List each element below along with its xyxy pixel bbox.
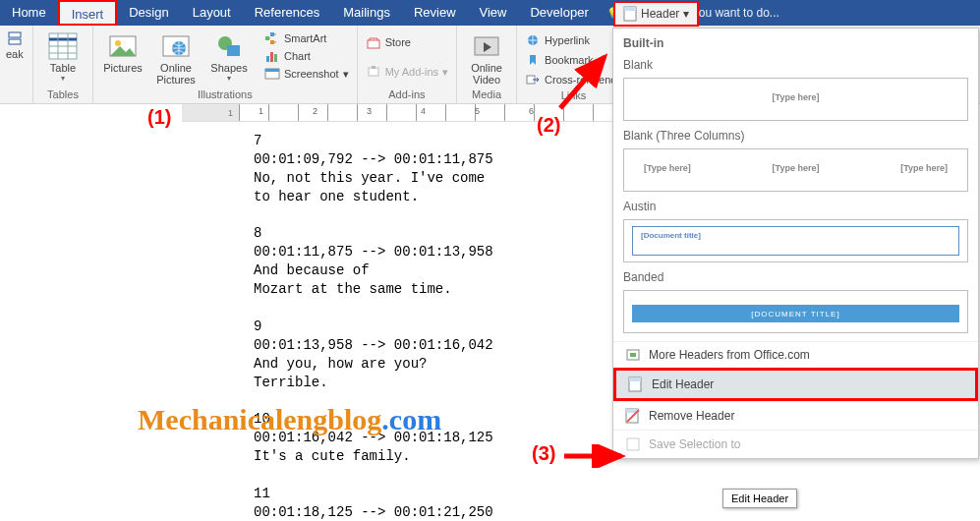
header-dropdown-panel: Header ▾ Built-in Blank [Type here] Blan…	[612, 28, 979, 459]
edit-header-icon	[628, 376, 644, 392]
svg-rect-43	[627, 438, 639, 450]
video-icon	[471, 30, 502, 62]
svg-rect-21	[265, 69, 279, 72]
tab-mailings[interactable]: Mailings	[331, 0, 402, 26]
save-selection-icon	[625, 436, 641, 452]
svg-rect-22	[368, 40, 379, 48]
break-label: eak	[6, 48, 27, 60]
hyperlink-button[interactable]: Hyperlink	[523, 32, 624, 48]
remove-header-button[interactable]: Remove Header	[613, 401, 978, 430]
template-blank3-label: Blank (Three Columns)	[623, 129, 978, 143]
group-illustrations-label: Illustrations	[99, 87, 351, 103]
template-banded[interactable]: [DOCUMENT TITLE]	[623, 290, 968, 333]
tab-home[interactable]: Home	[0, 0, 58, 26]
svg-rect-35	[624, 7, 636, 11]
hyperlink-icon	[525, 33, 541, 47]
smartart-icon	[264, 31, 280, 45]
svg-rect-17	[266, 56, 269, 62]
tab-view[interactable]: View	[468, 0, 519, 26]
shapes-icon	[213, 30, 245, 62]
online-video-button[interactable]: Online Video	[463, 29, 510, 86]
remove-header-icon	[625, 408, 641, 424]
more-headers-button[interactable]: More Headers from Office.com	[613, 341, 978, 368]
smartart-button[interactable]: SmartArt	[262, 30, 351, 46]
svg-rect-24	[372, 66, 375, 69]
builtin-label: Built-in	[613, 29, 978, 50]
svg-rect-14	[265, 36, 269, 40]
chart-icon	[264, 49, 280, 63]
header-icon	[623, 6, 637, 22]
chevron-down-icon: ▾	[442, 66, 448, 79]
cross-reference-button[interactable]: Cross-reference	[523, 72, 624, 87]
screenshot-icon	[264, 67, 280, 81]
page-break-button[interactable]	[6, 30, 27, 46]
svg-rect-13	[227, 45, 240, 56]
edit-header-tooltip: Edit Header	[722, 489, 797, 508]
svg-rect-39	[629, 377, 641, 381]
store-button[interactable]: Store	[364, 34, 450, 50]
svg-rect-18	[270, 52, 273, 62]
template-banded-label: Banded	[623, 270, 978, 284]
my-addins-button[interactable]: My Add-ins ▾	[364, 64, 450, 80]
page-break-icon	[8, 31, 22, 45]
group-addins-label: Add-ins	[364, 87, 450, 103]
bookmark-button[interactable]: Bookmark	[523, 52, 624, 68]
svg-point-9	[115, 40, 121, 46]
svg-rect-37	[630, 353, 636, 357]
group-links-label: Links	[523, 87, 624, 104]
tab-developer[interactable]: Developer	[518, 0, 600, 26]
template-blank[interactable]: [Type here]	[623, 78, 968, 121]
online-pictures-icon	[160, 30, 192, 62]
svg-rect-1	[9, 39, 21, 44]
tab-references[interactable]: References	[243, 0, 331, 26]
table-button[interactable]: Table ▾	[39, 29, 86, 83]
tab-layout[interactable]: Layout	[181, 0, 243, 26]
crossref-icon	[525, 73, 541, 87]
horizontal-ruler[interactable]: 1 123456	[182, 104, 614, 122]
header-button[interactable]: Header ▾	[613, 1, 699, 27]
template-blank-label: Blank	[623, 58, 978, 72]
template-austin[interactable]: [Document title]	[623, 219, 968, 262]
table-icon	[47, 30, 79, 62]
addins-icon	[366, 65, 381, 79]
group-tables-label: Tables	[39, 87, 86, 103]
svg-rect-0	[9, 32, 21, 37]
office-icon	[625, 348, 641, 362]
svg-rect-19	[274, 54, 277, 62]
chevron-down-icon: ▾	[227, 74, 231, 83]
tab-insert[interactable]: Insert	[58, 0, 118, 26]
chart-button[interactable]: Chart	[262, 48, 351, 64]
chevron-down-icon: ▾	[61, 74, 65, 83]
svg-rect-16	[270, 40, 274, 44]
group-blank-label	[6, 98, 27, 103]
svg-rect-23	[369, 68, 378, 76]
tab-review[interactable]: Review	[402, 0, 468, 26]
edit-header-button[interactable]: Edit Header	[613, 368, 978, 401]
template-austin-label: Austin	[623, 200, 978, 213]
svg-rect-15	[270, 32, 274, 36]
pictures-button[interactable]: Pictures	[99, 29, 146, 86]
store-icon	[366, 35, 381, 49]
group-media-label: Media	[463, 87, 510, 103]
bookmark-icon	[525, 53, 541, 67]
tab-design[interactable]: Design	[117, 0, 180, 26]
screenshot-button[interactable]: Screenshot ▾	[262, 66, 351, 82]
save-selection-button: Save Selection to	[613, 430, 978, 458]
pictures-icon	[107, 30, 139, 62]
chevron-down-icon: ▾	[683, 7, 689, 21]
shapes-button[interactable]: Shapes ▾	[205, 29, 253, 86]
online-pictures-button[interactable]: Online Pictures	[152, 29, 200, 86]
template-blank-three-columns[interactable]: [Type here] [Type here] [Type here]	[623, 148, 968, 192]
tab-bar: Home Insert Design Layout References Mai…	[0, 0, 980, 26]
chevron-down-icon: ▾	[343, 68, 349, 81]
